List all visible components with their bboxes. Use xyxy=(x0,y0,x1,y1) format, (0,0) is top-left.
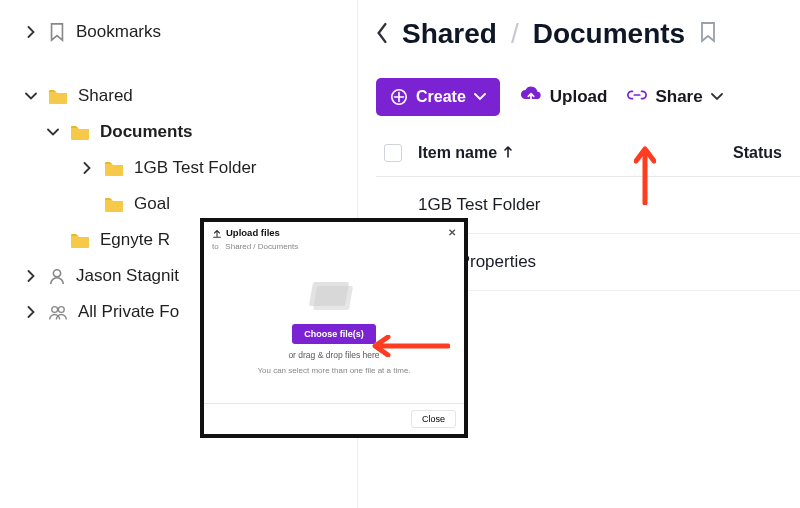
sidebar-item-label: Egnyte R xyxy=(100,230,170,250)
button-label: Create xyxy=(416,88,466,106)
chevron-down-icon xyxy=(711,93,723,101)
sidebar-item-goal[interactable]: Goal xyxy=(0,186,357,222)
sidebar-bookmarks[interactable]: Bookmarks xyxy=(0,14,357,50)
chevron-right-icon xyxy=(24,26,38,38)
folder-icon xyxy=(70,232,90,248)
sidebar-item-1gb-test[interactable]: 1GB Test Folder xyxy=(0,150,357,186)
sidebar-item-label: Goal xyxy=(134,194,170,214)
sidebar-item-shared[interactable]: Shared xyxy=(0,78,357,114)
svg-point-2 xyxy=(58,307,64,313)
app-root: Bookmarks Shared Documents xyxy=(0,0,800,508)
chevron-down-icon xyxy=(46,128,60,137)
dialog-body: Choose file(s) or drag & drop files here… xyxy=(204,257,464,403)
plus-circle-icon xyxy=(390,88,408,106)
toolbar: Create Upload Share xyxy=(376,78,800,116)
drag-drop-hint: or drag & drop files here xyxy=(288,350,379,360)
table-header: Item name Status xyxy=(376,144,800,177)
users-icon xyxy=(48,303,68,321)
sidebar-item-label: Jason Stagnit xyxy=(76,266,179,286)
chevron-right-icon xyxy=(80,162,94,174)
upload-button[interactable]: Upload xyxy=(520,86,608,108)
button-label: Share xyxy=(655,87,702,107)
chevron-down-icon xyxy=(474,93,486,101)
chevron-right-icon xyxy=(24,306,38,318)
sort-asc-icon xyxy=(503,144,513,162)
close-button[interactable]: Close xyxy=(411,410,456,428)
folder-icon xyxy=(104,160,124,176)
cloud-upload-icon xyxy=(520,86,542,108)
row-item-name: 1GB Test Folder xyxy=(418,195,541,215)
close-icon[interactable]: ✕ xyxy=(448,227,456,238)
sidebar-item-label: Bookmarks xyxy=(76,22,161,42)
breadcrumb-separator: / xyxy=(511,18,519,50)
upload-dialog: Upload files ✕ to Shared / Documents Cho… xyxy=(200,218,468,438)
back-button[interactable] xyxy=(376,18,388,50)
folder-open-icon xyxy=(305,280,363,314)
user-icon xyxy=(48,267,66,285)
sidebar-item-label: Shared xyxy=(78,86,133,106)
bookmark-icon xyxy=(48,22,66,42)
dialog-footer: Close xyxy=(204,403,464,434)
select-all-checkbox[interactable] xyxy=(384,144,402,162)
column-header-label: Status xyxy=(733,144,782,162)
chevron-down-icon xyxy=(24,92,38,101)
sidebar-item-label: All Private Fo xyxy=(78,302,179,322)
upload-icon xyxy=(212,228,222,238)
chevron-right-icon xyxy=(24,270,38,282)
dialog-header: Upload files ✕ xyxy=(204,222,464,242)
svg-point-1 xyxy=(52,307,58,313)
column-header-itemname[interactable]: Item name xyxy=(418,144,513,162)
bookmark-icon[interactable] xyxy=(699,18,717,50)
breadcrumb-segment[interactable]: Documents xyxy=(533,18,685,50)
share-button[interactable]: Share xyxy=(627,87,722,107)
column-header-status[interactable]: Status xyxy=(733,144,782,162)
column-header-label: Item name xyxy=(418,144,497,162)
link-icon xyxy=(627,87,647,107)
multi-select-hint: You can select more than one file at a t… xyxy=(257,366,410,375)
dialog-breadcrumb: to Shared / Documents xyxy=(204,242,464,257)
folder-icon xyxy=(48,88,68,104)
dialog-to-prefix: to xyxy=(212,242,219,251)
breadcrumb: Shared / Documents xyxy=(376,18,800,50)
dialog-to-path: Shared / Documents xyxy=(225,242,298,251)
sidebar-item-label: 1GB Test Folder xyxy=(134,158,257,178)
create-button[interactable]: Create xyxy=(376,78,500,116)
choose-files-button[interactable]: Choose file(s) xyxy=(292,324,376,344)
sidebar-item-label: Documents xyxy=(100,122,193,142)
button-label: Upload xyxy=(550,87,608,107)
folder-icon xyxy=(104,196,124,212)
breadcrumb-segment[interactable]: Shared xyxy=(402,18,497,50)
sidebar-item-documents[interactable]: Documents xyxy=(0,114,357,150)
folder-icon xyxy=(70,124,90,140)
dialog-title: Upload files xyxy=(226,227,280,238)
svg-point-0 xyxy=(53,270,60,277)
